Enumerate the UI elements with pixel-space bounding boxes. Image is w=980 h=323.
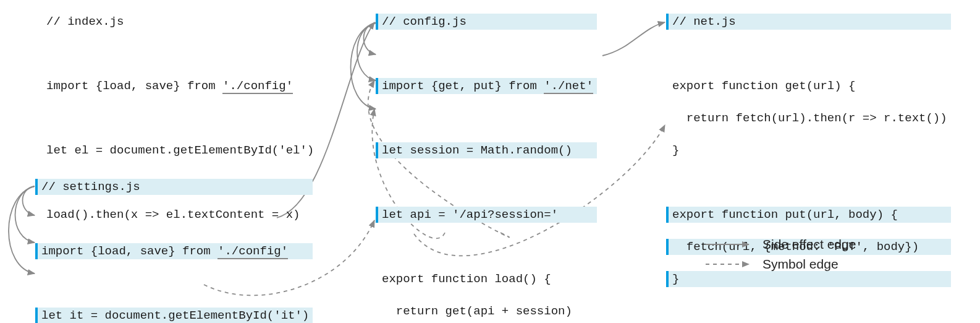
code-line: import {load, save} from './config'	[40, 78, 318, 94]
legend: Side effect edge Symbol edge	[704, 237, 856, 277]
empty-line	[666, 174, 951, 191]
line-comment: // net.js	[666, 14, 951, 30]
code-line: return fetch(url).then(r => r.text())	[666, 110, 951, 126]
code-line: let it = document.getElementById('it')	[35, 308, 313, 323]
code-line: export function load() {	[376, 271, 597, 287]
code-line: import {get, put} from './net'	[376, 78, 597, 94]
code-block-settings: // settings.js import {load, save} from …	[41, 179, 313, 323]
empty-line	[40, 110, 318, 126]
line-comment: // index.js	[40, 14, 318, 30]
code-block-config: // config.js import {get, put} from './n…	[382, 14, 597, 323]
legend-arrow-solid	[704, 239, 754, 249]
empty-line	[376, 110, 597, 126]
empty-line	[666, 303, 951, 319]
empty-line	[376, 239, 597, 255]
legend-arrow-dashed	[704, 259, 754, 269]
empty-line	[35, 211, 313, 227]
code-line: let el = document.getElementById('el')	[40, 142, 318, 158]
empty-line	[376, 174, 597, 191]
empty-line	[376, 46, 597, 62]
code-line: import {load, save} from './config'	[35, 243, 313, 259]
empty-line	[40, 46, 318, 62]
line-comment: // config.js	[376, 14, 597, 30]
code-line: let api = '/api?session='	[376, 207, 597, 223]
empty-line	[666, 46, 951, 62]
code-line: export function get(url) {	[666, 78, 951, 94]
legend-label: Side effect edge	[762, 237, 856, 252]
legend-label: Symbol edge	[762, 257, 838, 272]
code-line: export function put(url, body) {	[666, 207, 951, 223]
code-line: }	[666, 142, 951, 158]
code-line: let session = Math.random()	[376, 142, 597, 158]
underline-ref: './net'	[544, 79, 593, 94]
code-block-net: // net.js export function get(url) { ret…	[672, 14, 951, 323]
settings-side-effect-edges	[9, 186, 35, 273]
config-side-effect-edges	[351, 23, 376, 109]
underline-ref: './config'	[222, 79, 293, 94]
line-comment: // settings.js	[35, 179, 313, 195]
code-line: return get(api + session)	[376, 303, 597, 319]
underline-ref: './config'	[218, 244, 288, 259]
legend-row-side-effect: Side effect edge	[704, 237, 856, 252]
legend-row-symbol: Symbol edge	[704, 257, 856, 272]
edge-config-to-net	[602, 22, 665, 56]
empty-line	[35, 275, 313, 291]
